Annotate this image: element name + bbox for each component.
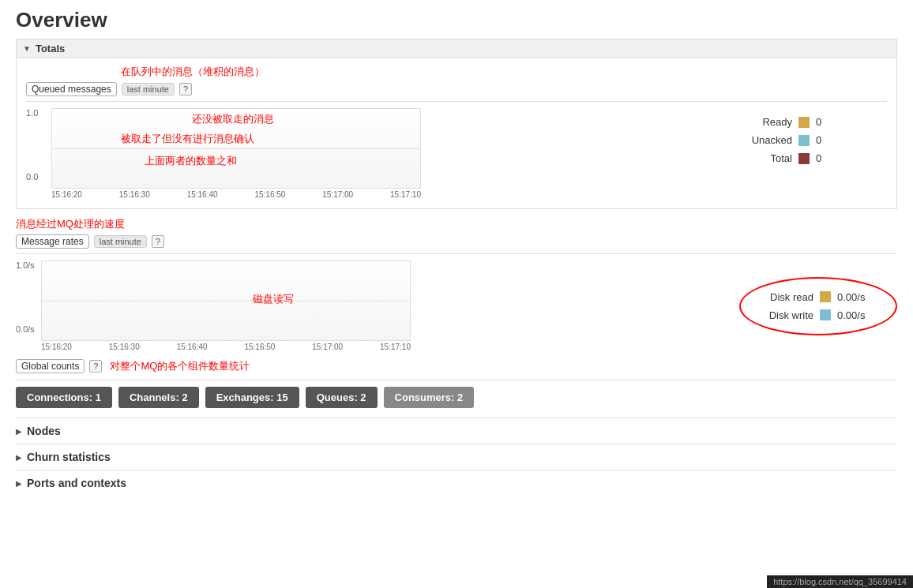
queued-messages-row: Queued messages last minute ? [26,82,887,96]
legend-total-color [798,153,810,164]
legend-ready-value: 0 [816,116,821,128]
legend-total: Total 0 [729,152,887,164]
global-counts-divider [16,380,897,380]
legend-unacked: Unacked 0 [729,134,887,146]
message-rates-y-labels: 1.0/s 0.0/s [16,260,39,334]
footer-bar: https://blog.csdn.net/qq_35699414 [767,575,913,588]
legend-total-label: Total [729,152,792,164]
legend-ready: Ready 0 [729,116,887,128]
global-counts-buttons: Connections: 1 Channels: 2 Exchanges: 15… [16,387,897,408]
churn-label: Churn statistics [27,451,111,463]
annotation-message-rates: 消息经过MQ处理的速度 [16,217,897,231]
legend-unacked-color [798,135,810,146]
legend-total-value: 0 [816,152,821,164]
message-rates-label[interactable]: Message rates [16,234,89,249]
annotation-unacked: 被取走了但没有进行消息确认 [121,132,254,146]
legend-ready-label: Ready [729,116,792,128]
message-rates-divider [16,253,897,254]
global-counts-help-icon[interactable]: ? [89,360,102,373]
annotation-ready: 还没被取走的消息 [192,112,274,126]
message-rates-chart-inner [42,261,410,340]
footer-url: https://blog.csdn.net/qq_35699414 [773,577,907,586]
queued-y-bottom: 0.0 [26,172,50,182]
consumers-button[interactable]: Consumers: 2 [384,387,475,408]
legend-disk-write-value: 0.00/s [837,309,865,321]
ports-section[interactable]: ▶ Ports and contexts [16,470,897,496]
legend-unacked-label: Unacked [729,134,792,146]
message-rates-section: 消息经过MQ处理的速度 Message rates last minute ? … [16,217,897,351]
totals-section-content: 在队列中的消息（堆积的消息） Queued messages last minu… [16,58,897,209]
ports-label: Ports and contexts [27,477,126,489]
global-counts-section: Global counts ? 对整个MQ的各个组件数量统计 Connectio… [16,359,897,408]
message-rates-row: Message rates last minute ? [16,234,897,249]
nodes-row: ▶ Nodes [16,425,897,437]
queued-grid-line [52,148,420,149]
legend-disk-write-label: Disk write [750,309,813,321]
queued-messages-chart-area: 还没被取走的消息 被取走了但没有进行消息确认 上面两者的数量之和 1.0 0.0… [26,108,887,199]
msg-rates-y-bottom: 0.0/s [16,324,39,334]
last-minute-pill[interactable]: last minute [122,83,175,96]
nodes-expand-icon: ▶ [16,427,22,436]
exchanges-button[interactable]: Exchanges: 15 [205,387,299,408]
queued-messages-label[interactable]: Queued messages [26,82,117,96]
queued-messages-help-icon[interactable]: ? [179,83,192,96]
message-rates-x-labels: 15:16:20 15:16:30 15:16:40 15:16:50 15:1… [41,343,411,351]
ports-row: ▶ Ports and contexts [16,477,897,489]
message-rates-legend: Disk read 0.00/s Disk write 0.00/s [739,277,897,335]
nodes-label: Nodes [27,425,61,437]
message-rates-chart-box [41,260,411,341]
message-rates-chart-area: 磁盘读写 1.0/s 0.0/s 15:16:20 15:16:30 [16,260,897,351]
msg-rates-grid-line [42,301,410,301]
queues-button[interactable]: Queues: 2 [306,387,378,408]
legend-disk-read: Disk read 0.00/s [750,291,886,303]
legend-disk-read-color [820,291,831,302]
churn-row: ▶ Churn statistics [16,451,897,463]
queued-y-top: 1.0 [26,108,50,118]
totals-section-header[interactable]: ▼ Totals [16,39,897,58]
message-rates-help-icon[interactable]: ? [152,235,164,248]
global-counts-row: Global counts ? 对整个MQ的各个组件数量统计 [16,359,897,373]
legend-disk-write: Disk write 0.00/s [750,309,886,321]
annotation-total: 上面两者的数量之和 [145,154,237,168]
legend-disk-read-label: Disk read [750,291,813,303]
channels-button[interactable]: Channels: 2 [118,387,199,408]
msg-rates-y-top: 1.0/s [16,260,39,270]
totals-collapse-icon: ▼ [23,44,31,53]
message-rates-last-minute[interactable]: last minute [94,235,147,248]
legend-disk-read-value: 0.00/s [837,291,865,303]
annotation-global-counts: 对整个MQ的各个组件数量统计 [110,359,250,373]
churn-section[interactable]: ▶ Churn statistics [16,444,897,470]
totals-title: Totals [36,43,65,54]
queued-y-labels: 1.0 0.0 [26,108,50,182]
annotation-queued-messages: 在队列中的消息（堆积的消息） [121,65,887,79]
page-container: Overview ▼ Totals 在队列中的消息（堆积的消息） Queued … [0,0,913,588]
queued-legend: Ready 0 Unacked 0 Total 0 [729,108,887,164]
legend-ready-color [798,117,810,128]
ports-expand-icon: ▶ [16,479,22,488]
annotation-disk-rw: 磁盘读写 [253,292,294,306]
message-rates-chart: 1.0/s 0.0/s 15:16:20 15:16:30 15:16:40 1… [16,260,411,351]
legend-unacked-value: 0 [816,134,821,146]
connections-button[interactable]: Connections: 1 [16,387,112,408]
churn-expand-icon: ▶ [16,453,22,462]
page-title: Overview [16,8,897,32]
queued-x-labels: 15:16:20 15:16:30 15:16:40 15:16:50 15:1… [51,190,421,199]
nodes-section[interactable]: ▶ Nodes [16,418,897,444]
legend-disk-write-color [820,309,831,320]
global-counts-label[interactable]: Global counts [16,359,85,373]
queued-divider [26,101,887,102]
